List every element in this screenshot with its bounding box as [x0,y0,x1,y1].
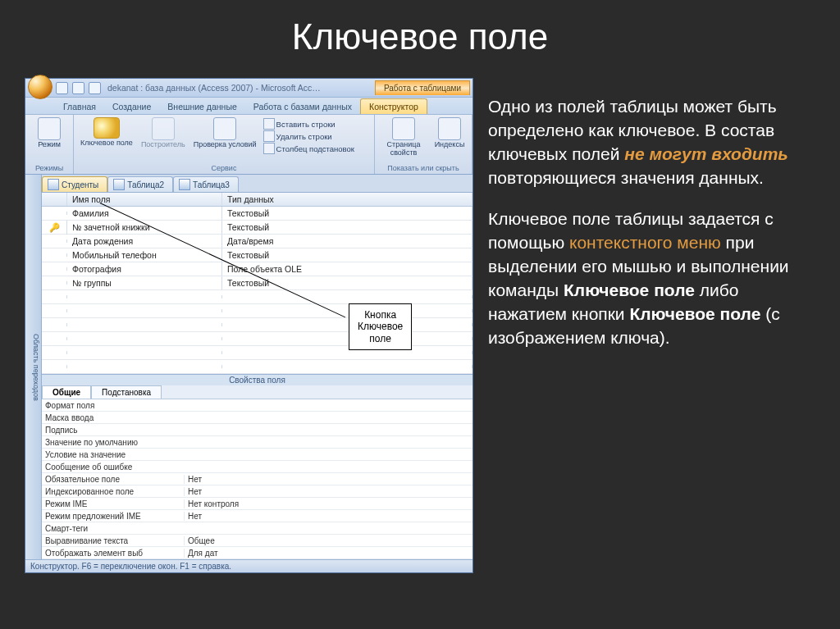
document-tabs: Студенты Таблица2 Таблица3 [42,175,472,193]
property-value[interactable]: Общее [184,536,472,545]
row-selector[interactable] [42,253,67,257]
data-type-cell[interactable]: Текстовый [222,221,472,234]
property-name: Обязательное поле [42,475,184,484]
test-rules-button[interactable]: Проверка условий [190,116,260,154]
qat-save-icon[interactable] [56,82,68,94]
field-name-cell[interactable]: № группы [67,276,222,289]
row-selector[interactable]: 🔑 [42,221,67,235]
row-selector[interactable] [42,212,67,215]
data-type-cell[interactable]: Поле объекта OLE [222,262,472,276]
ribbon-tabs: Главная Создание Внешние данные Работа с… [25,98,472,114]
group-modes-caption: Режимы [29,163,70,173]
wand-icon [152,117,175,140]
property-name: Значение по умолчанию [42,438,184,447]
builder-button[interactable]: Построитель [138,116,189,154]
insert-rows-button[interactable]: Вставить строки [262,118,356,130]
property-row[interactable]: Маска ввода [42,412,472,424]
property-row[interactable]: Режим IMEНет контроля [42,498,472,510]
view-button[interactable]: Режим [29,116,70,149]
contextual-tab[interactable]: Работа с таблицами [375,80,470,95]
indexes-button[interactable]: Индексы [431,116,468,157]
qat-redo-icon[interactable] [89,82,101,94]
lookup-icon [263,143,275,154]
property-row[interactable]: Индексированное полеНет [42,485,472,498]
property-row[interactable]: Выравнивание текстаОбщее [42,535,472,547]
tab-design[interactable]: Конструктор [360,98,427,114]
data-type-cell[interactable]: Дата/время [222,235,472,248]
doctab-table3[interactable]: Таблица3 [173,176,239,192]
field-row[interactable]: № группыТекстовый [42,276,472,290]
table-icon [113,179,125,190]
tab-create[interactable]: Создание [104,99,159,114]
callout-label: КнопкаКлючевоеполе [349,303,412,350]
titlebar: dekanat : база данных (Access 2007) - Mi… [25,79,472,98]
field-name-cell[interactable]: Мобильный телефон [67,248,222,262]
insert-icon [263,118,275,130]
row-selector[interactable] [42,267,67,271]
grid-header-fieldname: Имя поля [67,193,222,206]
property-row[interactable]: Формат поля [42,399,472,412]
property-row[interactable]: Отображать элемент выбДля дат [42,547,472,559]
property-sheet[interactable]: Формат поляМаска вводаПодписьЗначение по… [42,399,472,559]
nav-pane-collapsed[interactable]: Область переходов [25,175,42,559]
field-row[interactable]: ФамилияТекстовый [42,207,472,221]
property-row[interactable]: Сообщение об ошибке [42,461,472,473]
property-value[interactable]: Для дат [184,549,472,558]
slide-body: Одно из полей таблицы может быть определ… [476,78,815,573]
property-name: Условие на значение [42,450,184,459]
tab-dbtools[interactable]: Работа с базами данных [245,99,360,114]
property-name: Сообщение об ошибке [42,463,184,472]
property-name: Режим предложений IME [42,512,184,521]
field-row[interactable]: Мобильный телефонТекстовый [42,248,472,262]
office-button[interactable] [28,75,52,99]
data-type-cell[interactable]: Текстовый [222,207,472,220]
slide-title: Ключевое поле [0,16,840,57]
tab-home[interactable]: Главная [55,99,104,114]
property-name: Подпись [42,426,184,435]
property-sheet-button[interactable]: Страница свойств [378,116,429,157]
delete-rows-button[interactable]: Удалить строки [262,130,356,142]
field-row-empty[interactable] [42,360,472,374]
property-row[interactable]: Обязательное полеНет [42,473,472,485]
field-row[interactable]: Дата рожденияДата/время [42,235,472,248]
window-title: dekanat : база данных (Access 2007) - Mi… [107,83,321,93]
row-selector[interactable] [42,239,67,243]
field-name-cell[interactable]: Дата рождения [67,235,222,248]
group-tools-caption: Сервис [77,163,371,173]
data-type-cell[interactable]: Текстовый [222,276,472,289]
property-value[interactable]: Нет контроля [184,499,472,508]
property-row[interactable]: Условие на значение [42,449,472,461]
property-value[interactable]: Нет [184,475,472,484]
field-row[interactable]: 🔑№ зачетной книжкиТекстовый [42,221,472,235]
data-type-cell[interactable]: Текстовый [222,248,472,262]
sheet-icon [392,117,415,140]
lookup-column-button[interactable]: Столбец подстановок [262,143,356,154]
property-row[interactable]: Смарт-теги [42,522,472,535]
property-row[interactable]: Подпись [42,424,472,436]
delete-icon [263,130,275,142]
field-row-empty[interactable] [42,290,472,304]
property-name: Маска ввода [42,413,184,422]
property-value[interactable]: Нет [184,487,472,496]
field-name-cell[interactable]: Фамилия [67,207,222,220]
primary-key-button[interactable]: Ключевое поле [77,116,136,154]
tab-external[interactable]: Внешние данные [159,99,244,114]
field-row[interactable]: ФотографияПоле объекта OLE [42,262,472,276]
table-icon [48,179,59,190]
field-name-cell[interactable]: Фотография [67,262,222,276]
property-row[interactable]: Режим предложений IMEНет [42,510,472,522]
doctab-students[interactable]: Студенты [42,176,107,192]
property-row[interactable]: Значение по умолчанию [42,436,472,449]
property-name: Режим IME [42,499,184,508]
qat-undo-icon[interactable] [72,82,84,94]
field-name-cell[interactable]: № зачетной книжки [67,221,222,234]
lightning-icon [438,117,461,140]
proptab-general[interactable]: Общие [42,385,91,399]
property-value[interactable]: Нет [184,512,472,521]
proptab-lookup[interactable]: Подстановка [91,385,162,399]
status-bar: Конструктор. F6 = переключение окон. F1 … [25,559,472,572]
table-icon [179,179,190,190]
doctab-table2[interactable]: Таблица2 [107,176,173,192]
grid-header-sel [42,193,67,206]
row-selector[interactable] [42,281,67,285]
